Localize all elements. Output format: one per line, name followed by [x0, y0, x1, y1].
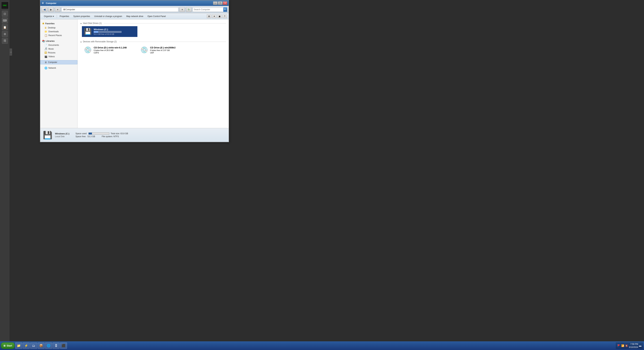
removable-collapse-icon[interactable]: ▲: [80, 41, 82, 43]
status-progress-fill: [89, 133, 92, 134]
start-label: Start: [6, 344, 12, 347]
status-used-row: Space used: Total size: 63.8 GB: [76, 132, 128, 135]
status-drive-label: Windows (C:): [55, 132, 70, 135]
system-properties-button[interactable]: System properties: [71, 14, 92, 19]
vnc-logo: VNC: [1, 2, 8, 9]
restore-button[interactable]: ❐: [218, 2, 222, 5]
toolbar-right: ⊞ ▾ ▣ ?: [207, 14, 227, 18]
address-arrow[interactable]: ▾: [180, 7, 185, 12]
hard-disk-separator: [104, 23, 226, 24]
e-drive-icon: 💿: [140, 46, 148, 54]
map-network-button[interactable]: Map network drive: [124, 14, 145, 19]
view-options-button[interactable]: ⊞: [207, 14, 211, 18]
control-panel-button[interactable]: Open Control Panel: [146, 14, 168, 19]
system-clock[interactable]: 7:58 PM 3/10/2024: [629, 342, 638, 349]
c-drive-bar: [94, 31, 98, 32]
sidebar-item-desktop[interactable]: 🖥 Desktop: [40, 26, 78, 30]
removable-header: ▲ Devices with Removable Storage (2): [80, 40, 226, 43]
start-button[interactable]: ⊞ Start: [1, 342, 15, 349]
status-usage: Space used: Total size: 63.8 GB Space fr…: [76, 132, 128, 138]
vnc-network-icon[interactable]: ⛓: [2, 38, 8, 44]
vnc-settings-icon[interactable]: ⚙: [2, 31, 8, 37]
tray-volume-icon: 🔇: [625, 344, 628, 347]
d-drive-item[interactable]: 💿 CD Drive (D:) virtio-win-0.1.248 0 byt…: [82, 44, 136, 55]
computer-icon: 🖥: [44, 61, 47, 64]
libraries-section: 📚 Libraries 📄 Documents 🎵 Music 🖼 Pictur…: [40, 39, 78, 58]
e-drive-fs: UDF: [150, 52, 176, 54]
pictures-label: Pictures: [48, 52, 55, 54]
c-drive-name: Windows (C:): [94, 28, 122, 31]
vnc-toggle[interactable]: ◁: [10, 48, 12, 56]
toolbar-separator-1: [57, 14, 57, 18]
sidebar-item-music[interactable]: 🎵 Music: [40, 47, 78, 51]
sidebar-item-recent[interactable]: 📋 Recent Places: [40, 34, 78, 37]
view-dropdown-button[interactable]: ▾: [212, 14, 216, 18]
e-drive-item[interactable]: 💿 CD Drive (E:) win2008r2 0 bytes free o…: [138, 44, 192, 55]
taskbar-ie[interactable]: 🌐: [45, 342, 52, 349]
status-bar: 💾 Windows (C:) Local Disk Space used: To…: [40, 128, 229, 142]
toolbar: Organize ▾ Properties System properties …: [40, 13, 229, 20]
status-free-label: Space free:: [76, 135, 86, 138]
computer-label: Computer: [48, 61, 57, 64]
vnc-clipboard-icon[interactable]: 📋: [2, 24, 8, 30]
minimize-button[interactable]: ─: [213, 2, 218, 5]
properties-button[interactable]: Properties: [58, 14, 71, 19]
close-button[interactable]: ✕: [223, 2, 227, 5]
vnc-monitor-icon[interactable]: ⊡: [2, 11, 8, 17]
refresh-button[interactable]: ↻: [186, 7, 192, 12]
sidebar-item-network[interactable]: 🌐 Network: [40, 66, 78, 70]
back-button[interactable]: ◀: [42, 7, 47, 12]
taskbar-powershell[interactable]: ⚡: [23, 342, 30, 349]
c-drive-item[interactable]: 💾 Windows (C:) 53.3 GB free of 63.8 GB: [82, 26, 138, 37]
pictures-icon: 🖼: [44, 51, 47, 54]
organize-button[interactable]: Organize ▾: [42, 14, 56, 19]
uninstall-button[interactable]: Uninstall or change a program: [92, 14, 124, 19]
search-button[interactable]: 🔍: [223, 7, 227, 12]
preview-pane-button[interactable]: ▣: [217, 14, 222, 18]
taskbar-cmd[interactable]: ⬛: [60, 342, 67, 349]
content-area: ★ Favorites 🖥 Desktop 📁 Downloads 📋 Rece…: [40, 20, 229, 128]
hard-disk-title: Hard Disk Drives (1): [83, 22, 102, 24]
taskbar-archive[interactable]: 📦: [38, 342, 44, 349]
libraries-label: Libraries: [46, 40, 55, 42]
documents-label: Documents: [48, 44, 59, 46]
status-fs: File system: NTFS: [102, 135, 119, 138]
search-box: 🔍: [192, 7, 227, 12]
organize-arrow: ▾: [53, 15, 54, 18]
dropdown-button[interactable]: ▾: [55, 7, 60, 12]
title-bar: 🖥 Computer ─ ❐ ✕: [40, 0, 229, 6]
taskbar-folder[interactable]: 🗂: [30, 342, 37, 349]
desktop-label: Desktop: [48, 26, 56, 29]
title-bar-controls: ─ ❐ ✕: [213, 2, 227, 5]
hard-disk-collapse-icon[interactable]: ▲: [80, 22, 82, 24]
clock-date: 3/10/2024: [629, 346, 638, 349]
status-progress-bar: [88, 132, 109, 134]
taskbar-file-explorer[interactable]: 📁: [15, 342, 22, 349]
nav-sidebar: ★ Favorites 🖥 Desktop 📁 Downloads 📋 Rece…: [40, 20, 78, 128]
address-path[interactable]: 🖥 Computer: [62, 7, 178, 12]
sidebar-item-downloads[interactable]: 📁 Downloads: [40, 30, 78, 34]
libraries-icon: 📚: [42, 40, 45, 42]
window-icon: 🖥: [42, 2, 45, 5]
clock-time: 7:58 PM: [629, 342, 638, 346]
forward-button[interactable]: ▶: [48, 7, 54, 12]
e-drive-name: CD Drive (E:) win2008r2: [150, 46, 176, 49]
network-icon: 🌐: [44, 66, 47, 70]
search-input[interactable]: [194, 8, 224, 11]
sidebar-item-documents[interactable]: 📄 Documents: [40, 43, 78, 47]
taskbar-control-panel[interactable]: 🎛: [52, 342, 60, 349]
computer-section: 🖥 Computer: [40, 60, 78, 64]
sidebar-item-pictures[interactable]: 🖼 Pictures: [40, 51, 78, 55]
explorer-window: 🖥 Computer ─ ❐ ✕ ◀ ▶ ▾ 🖥 Computer ▾ ↻ 🔍 …: [40, 0, 229, 142]
address-bar: ◀ ▶ ▾ 🖥 Computer ▾ ↻ 🔍: [40, 6, 229, 13]
sidebar-item-videos[interactable]: 🎬 Videos: [40, 55, 78, 58]
hard-disk-section: ▲ Hard Disk Drives (1) 💾 Windows (C:) 53…: [80, 22, 226, 37]
sidebar-item-computer[interactable]: 🖥 Computer: [40, 60, 78, 64]
recent-icon: 📋: [44, 34, 47, 37]
downloads-icon: 📁: [44, 30, 47, 33]
videos-label: Videos: [48, 55, 55, 58]
vnc-sidebar: VNC ⊡ ⌨ 📋 ⚙ ⛓: [0, 0, 10, 350]
vnc-keyboard-icon[interactable]: ⌨: [2, 18, 8, 24]
tray-show-desktop-icon[interactable]: ▬: [639, 344, 642, 347]
help-button[interactable]: ?: [222, 14, 227, 18]
